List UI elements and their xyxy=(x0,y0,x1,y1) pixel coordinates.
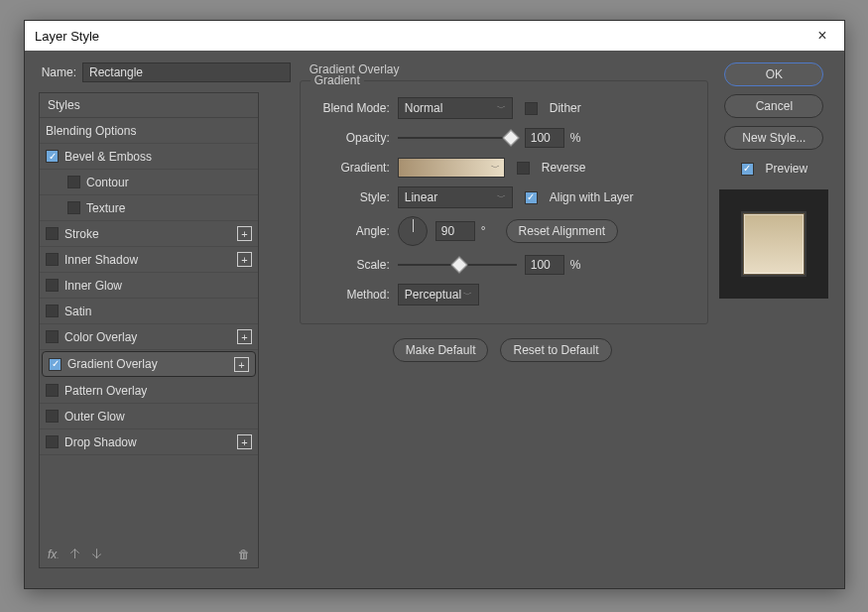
chevron-down-icon: ﹀ xyxy=(463,289,472,302)
add-effect-icon[interactable]: + xyxy=(237,226,252,241)
style-select[interactable]: Linear ﹀ xyxy=(398,186,513,208)
checkbox-icon[interactable] xyxy=(46,279,59,292)
preview-checkbox[interactable]: Preview xyxy=(741,162,808,176)
scale-label: Scale: xyxy=(314,258,398,272)
styles-panel: Styles Blending OptionsBevel & EmbossCon… xyxy=(39,92,259,568)
styles-footer: fx. 🡡 🡣 🗑 xyxy=(40,542,258,567)
style-item-label: Inner Shadow xyxy=(64,253,138,267)
style-item-inner-glow[interactable]: Inner Glow xyxy=(40,273,258,299)
style-item-contour[interactable]: Contour xyxy=(40,170,258,195)
dither-label: Dither xyxy=(550,101,581,115)
method-label: Method: xyxy=(314,288,398,302)
add-effect-icon[interactable]: + xyxy=(237,434,252,449)
checkbox-icon[interactable] xyxy=(46,435,59,448)
style-item-satin[interactable]: Satin xyxy=(40,299,258,324)
style-item-label: Contour xyxy=(86,176,129,189)
style-item-inner-shadow[interactable]: Inner Shadow+ xyxy=(40,247,258,273)
scale-unit: % xyxy=(570,258,581,272)
style-value: Linear xyxy=(405,190,437,204)
method-value: Perceptual xyxy=(405,288,461,302)
style-item-stroke[interactable]: Stroke+ xyxy=(40,221,258,247)
add-effect-icon[interactable]: + xyxy=(237,329,252,344)
add-effect-icon[interactable]: + xyxy=(237,252,252,267)
checkbox-icon[interactable] xyxy=(46,384,59,397)
reverse-checkbox[interactable]: Reverse xyxy=(517,161,586,175)
style-item-label: Inner Glow xyxy=(64,279,122,293)
method-select[interactable]: Perceptual ﹀ xyxy=(398,284,479,306)
style-item-blending-options[interactable]: Blending Options xyxy=(40,118,258,144)
align-label: Align with Layer xyxy=(550,190,634,204)
style-item-gradient-overlay[interactable]: Gradient Overlay+ xyxy=(42,351,256,377)
chevron-down-icon: ﹀ xyxy=(497,102,506,115)
checkbox-icon xyxy=(525,102,538,115)
gradient-label: Gradient: xyxy=(314,161,398,175)
checkbox-icon[interactable] xyxy=(67,176,80,188)
style-item-label: Blending Options xyxy=(46,124,136,138)
scale-slider[interactable] xyxy=(398,257,517,273)
checkbox-icon[interactable] xyxy=(49,358,62,371)
reset-default-button[interactable]: Reset to Default xyxy=(500,338,611,362)
opacity-input[interactable] xyxy=(525,128,564,148)
style-item-color-overlay[interactable]: Color Overlay+ xyxy=(40,324,258,350)
style-item-outer-glow[interactable]: Outer Glow xyxy=(40,404,258,429)
style-item-label: Stroke xyxy=(64,227,99,241)
style-item-texture[interactable]: Texture xyxy=(40,195,258,221)
style-item-label: Color Overlay xyxy=(64,330,137,344)
close-icon[interactable]: × xyxy=(810,27,834,45)
section-title: Gradient Overlay xyxy=(310,62,708,76)
ok-button[interactable]: OK xyxy=(724,62,823,86)
add-effect-icon[interactable]: + xyxy=(234,357,249,372)
align-checkbox[interactable]: Align with Layer xyxy=(525,190,634,204)
styles-header[interactable]: Styles xyxy=(40,93,258,118)
opacity-unit: % xyxy=(570,131,581,145)
new-style-button[interactable]: New Style... xyxy=(724,126,823,150)
name-row: Name: xyxy=(39,62,292,82)
preview-swatch xyxy=(743,213,805,275)
name-label: Name: xyxy=(39,65,76,79)
checkbox-icon[interactable] xyxy=(46,410,59,423)
style-item-label: Pattern Overlay xyxy=(64,384,147,398)
gradient-picker[interactable]: ﹀ xyxy=(398,158,505,178)
checkbox-icon xyxy=(517,162,530,175)
style-item-bevel-emboss[interactable]: Bevel & Emboss xyxy=(40,144,258,170)
dialog-title: Layer Style xyxy=(35,29,99,44)
angle-input[interactable] xyxy=(435,221,475,241)
blend-mode-value: Normal xyxy=(405,101,443,115)
dither-checkbox[interactable]: Dither xyxy=(525,101,581,115)
style-item-label: Texture xyxy=(86,201,125,215)
chevron-down-icon: ﹀ xyxy=(497,191,506,204)
reverse-label: Reverse xyxy=(542,161,586,175)
scale-input[interactable] xyxy=(525,255,564,275)
preview-label: Preview xyxy=(766,162,808,176)
checkbox-icon[interactable] xyxy=(46,305,59,317)
checkbox-icon[interactable] xyxy=(46,227,59,240)
move-down-icon[interactable]: 🡣 xyxy=(91,548,103,561)
style-item-pattern-overlay[interactable]: Pattern Overlay xyxy=(40,378,258,404)
move-up-icon[interactable]: 🡡 xyxy=(69,548,81,561)
layer-style-dialog: Layer Style × Name: Styles Blending Opti… xyxy=(24,20,845,589)
checkbox-icon[interactable] xyxy=(46,150,59,163)
cancel-button[interactable]: Cancel xyxy=(724,94,823,118)
style-item-label: Bevel & Emboss xyxy=(64,150,152,164)
style-item-label: Drop Shadow xyxy=(64,435,137,449)
fx-icon[interactable]: fx. xyxy=(48,548,60,561)
opacity-slider[interactable] xyxy=(398,130,517,146)
chevron-down-icon: ﹀ xyxy=(491,162,500,175)
blend-mode-select[interactable]: Normal ﹀ xyxy=(398,97,513,119)
trash-icon[interactable]: 🗑 xyxy=(238,548,250,561)
style-label: Style: xyxy=(314,190,398,204)
reset-alignment-button[interactable]: Reset Alignment xyxy=(506,219,618,243)
opacity-label: Opacity: xyxy=(314,131,398,145)
name-input[interactable] xyxy=(82,62,291,82)
make-default-button[interactable]: Make Default xyxy=(393,338,489,362)
gradient-group: Gradient Blend Mode: Normal ﹀ Dither Opa… xyxy=(300,80,708,324)
group-legend: Gradient xyxy=(310,73,364,87)
checkbox-icon[interactable] xyxy=(46,330,59,343)
style-item-label: Gradient Overlay xyxy=(67,357,158,371)
style-item-drop-shadow[interactable]: Drop Shadow+ xyxy=(40,429,258,455)
checkbox-icon[interactable] xyxy=(67,201,80,214)
style-item-label: Outer Glow xyxy=(64,410,125,424)
checkbox-icon[interactable] xyxy=(46,253,59,266)
checkbox-icon xyxy=(525,191,538,204)
angle-knob[interactable] xyxy=(398,216,428,246)
